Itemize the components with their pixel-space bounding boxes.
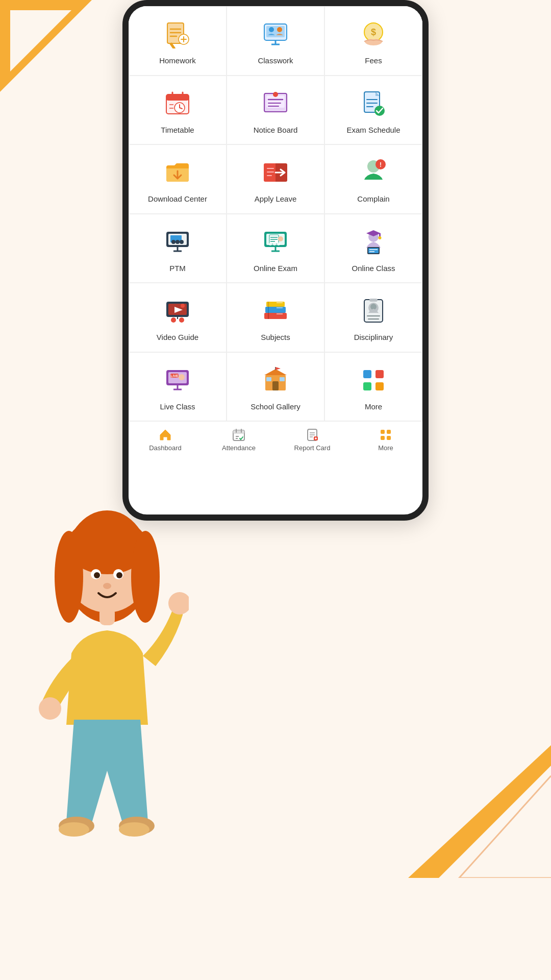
homework-icon: [161, 18, 194, 51]
grid-item-school-gallery[interactable]: School Gallery: [227, 352, 324, 422]
svg-point-19: [119, 822, 149, 837]
grid-item-homework[interactable]: Homework: [129, 6, 227, 76]
online-exam-icon: [259, 226, 292, 258]
complain-label: Complain: [357, 194, 389, 204]
live-class-label: Live Class: [160, 402, 195, 412]
svg-point-67: [171, 240, 176, 244]
svg-marker-127: [276, 367, 281, 370]
fees-icon: $: [357, 18, 390, 51]
grid-item-more[interactable]: More: [324, 352, 422, 422]
report-card-nav-label: Report Card: [294, 444, 331, 452]
grid-item-download-center[interactable]: Download Center: [129, 144, 227, 214]
svg-text:$: $: [371, 27, 376, 37]
svg-point-118: [179, 374, 185, 380]
svg-point-18: [59, 822, 89, 837]
svg-rect-124: [266, 377, 271, 381]
nav-item-more[interactable]: More: [349, 428, 422, 452]
svg-rect-131: [375, 382, 384, 390]
grid-item-complain[interactable]: ! Complain: [324, 144, 422, 214]
grid-item-live-class[interactable]: LIVE Live Class: [129, 352, 227, 422]
video-guide-icon: [161, 295, 194, 327]
classwork-label: Classwork: [258, 56, 293, 66]
svg-point-95: [171, 317, 176, 323]
svg-point-97: [181, 304, 185, 308]
svg-rect-99: [264, 313, 287, 319]
bg-triangle-bottom-right: [398, 745, 551, 878]
apply-leave-label: Apply Leave: [255, 194, 297, 204]
bg-triangle-top-left: [0, 0, 92, 92]
report-card-icon: [305, 428, 319, 442]
svg-point-12: [103, 583, 111, 589]
svg-point-11: [116, 572, 122, 578]
school-gallery-label: School Gallery: [251, 402, 300, 412]
notice-board-label: Notice Board: [254, 125, 298, 135]
svg-point-7: [131, 531, 160, 623]
svg-point-15: [39, 697, 61, 720]
svg-point-69: [180, 240, 184, 244]
nav-item-report-card[interactable]: Report Card: [276, 428, 349, 452]
complain-icon: !: [357, 156, 390, 189]
disciplinary-icon: [357, 295, 390, 327]
svg-text:LIVE: LIVE: [170, 374, 179, 378]
grid-item-ptm[interactable]: PTM: [129, 214, 227, 283]
grid-icon: [379, 428, 393, 442]
exam-schedule-icon: [357, 87, 390, 120]
online-class-label: Online Class: [352, 263, 395, 274]
svg-point-68: [176, 240, 180, 244]
svg-rect-133: [233, 430, 244, 434]
grid-item-disciplinary[interactable]: Disciplinary: [324, 283, 422, 352]
svg-rect-29: [266, 26, 285, 37]
more-icon: [357, 364, 390, 397]
apply-leave-icon: [259, 156, 292, 189]
classwork-icon: [259, 18, 292, 51]
exam-schedule-label: Exam Schedule: [346, 125, 400, 135]
homework-label: Homework: [159, 56, 196, 66]
grid-item-fees[interactable]: $ Fees: [324, 6, 422, 76]
svg-point-78: [278, 236, 283, 241]
download-center-icon: [161, 156, 194, 189]
ptm-label: PTM: [169, 263, 186, 274]
svg-point-96: [179, 317, 184, 323]
svg-rect-145: [381, 430, 385, 434]
svg-rect-130: [363, 382, 371, 390]
grid-item-subjects[interactable]: Subjects: [227, 283, 324, 352]
timetable-label: Timetable: [161, 125, 194, 135]
grid-item-notice-board[interactable]: Notice Board: [227, 76, 324, 145]
more-label: More: [365, 402, 382, 412]
grid-item-online-class[interactable]: Online Class: [324, 214, 422, 283]
svg-point-14: [168, 592, 189, 615]
svg-point-6: [55, 531, 83, 623]
svg-point-83: [277, 242, 280, 246]
school-gallery-icon: [259, 364, 292, 397]
svg-rect-89: [368, 248, 379, 253]
ptm-icon: [161, 226, 194, 258]
svg-point-30: [269, 27, 274, 32]
svg-rect-147: [381, 436, 385, 440]
more-nav-label: More: [378, 444, 393, 452]
grid-item-classwork[interactable]: Classwork: [227, 6, 324, 76]
svg-rect-123: [272, 381, 279, 390]
grid-item-exam-schedule[interactable]: Exam Schedule: [324, 76, 422, 145]
subjects-label: Subjects: [261, 332, 290, 342]
online-exam-label: Online Exam: [254, 263, 297, 274]
grid-item-timetable[interactable]: Timetable: [129, 76, 227, 145]
svg-text:!: !: [380, 161, 382, 168]
disciplinary-label: Disciplinary: [354, 332, 393, 342]
attendance-icon: [232, 428, 246, 442]
svg-rect-128: [363, 370, 371, 378]
svg-rect-148: [387, 436, 391, 440]
grid-item-video-guide[interactable]: Video Guide: [129, 283, 227, 352]
online-class-icon: [357, 226, 390, 258]
subjects-icon: [259, 295, 292, 327]
grid-item-online-exam[interactable]: Online Exam: [227, 214, 324, 283]
app-grid: Homework Classwork: [129, 6, 422, 421]
svg-rect-146: [387, 430, 391, 434]
svg-rect-109: [369, 299, 378, 302]
timetable-icon: [161, 87, 194, 120]
svg-point-31: [277, 27, 282, 32]
svg-rect-37: [166, 94, 189, 101]
grid-item-apply-leave[interactable]: Apply Leave: [227, 144, 324, 214]
svg-point-82: [273, 242, 276, 246]
svg-marker-85: [366, 230, 381, 236]
video-guide-label: Video Guide: [157, 332, 198, 342]
